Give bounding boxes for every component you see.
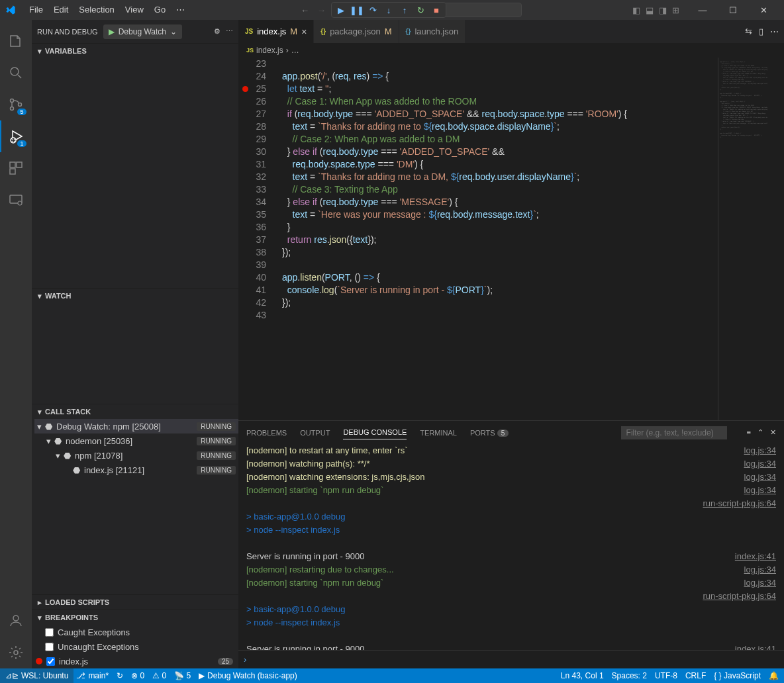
status-lncol[interactable]: Ln 43, Col 1 bbox=[561, 671, 604, 680]
status-encoding[interactable]: UTF-8 bbox=[655, 671, 677, 680]
activity-debug[interactable]: 1 bbox=[0, 120, 32, 152]
status-branch[interactable]: ⎇ main* bbox=[76, 671, 109, 680]
menu-selection[interactable]: Selection bbox=[74, 0, 119, 20]
line-gutter[interactable]: 2324252627282930313233343536373839404142… bbox=[238, 58, 277, 420]
console-source-link[interactable]: index.js:41 bbox=[735, 643, 776, 650]
loaded-scripts-header[interactable]: ▸LOADED SCRIPTS bbox=[32, 595, 238, 610]
compare-icon[interactable]: ⇆ bbox=[745, 26, 752, 36]
activity-search[interactable] bbox=[0, 57, 32, 89]
status-debug-target[interactable]: ▶ Debug Watch (basic-app) bbox=[199, 671, 297, 680]
console-source-link[interactable]: log.js:34 bbox=[744, 484, 776, 497]
window-maximize[interactable]: ☐ bbox=[718, 0, 748, 20]
tab-problems[interactable]: PROBLEMS bbox=[246, 426, 287, 439]
console-source-link[interactable]: run-script-pkg.js:64 bbox=[703, 590, 776, 603]
activity-account[interactable] bbox=[0, 605, 32, 637]
more-icon[interactable]: ⋯ bbox=[226, 27, 233, 36]
editor-tab[interactable]: JSindex.jsM× bbox=[238, 20, 314, 43]
tab-terminal[interactable]: TERMINAL bbox=[420, 426, 457, 439]
code-editor[interactable]: 2324252627282930313233343536373839404142… bbox=[238, 58, 784, 420]
debug-step-over-icon[interactable]: ↷ bbox=[368, 5, 378, 15]
breadcrumb-file: index.js bbox=[256, 46, 283, 55]
nav-back[interactable]: ← bbox=[301, 5, 309, 15]
nav-forward[interactable]: → bbox=[317, 5, 326, 15]
breakpoints-header[interactable]: ▾BREAKPOINTS bbox=[32, 610, 238, 625]
layout-right-icon[interactable]: ◨ bbox=[659, 5, 667, 15]
activity-settings[interactable] bbox=[0, 637, 32, 668]
titlebar: File Edit Selection View Go ⋯ ← → ▶ ❚❚ ↷… bbox=[0, 0, 784, 20]
tab-ports[interactable]: PORTS 5 bbox=[470, 426, 509, 439]
debug-step-into-icon[interactable]: ↓ bbox=[383, 5, 394, 15]
bottom-panel: PROBLEMS OUTPUT DEBUG CONSOLE TERMINAL P… bbox=[238, 420, 784, 668]
watch-header[interactable]: ▾WATCH bbox=[32, 289, 238, 303]
file-bp-checkbox[interactable] bbox=[46, 657, 55, 666]
debug-console-input[interactable]: › bbox=[238, 650, 784, 668]
code-content[interactable]: app.post('/', (req, res) => { let text =… bbox=[277, 58, 718, 420]
debug-config-selector[interactable]: ▶ Debug Watch ⌄ bbox=[103, 24, 182, 39]
callstack-row[interactable]: ▾⬣npm [21078]RUNNING bbox=[34, 448, 238, 463]
console-source-link[interactable]: log.js:34 bbox=[744, 576, 776, 590]
console-source-link[interactable]: log.js:34 bbox=[744, 563, 776, 576]
status-remote[interactable]: ⊿⊵WSL: Ubuntu bbox=[0, 668, 74, 683]
split-icon[interactable]: ▯ bbox=[759, 26, 763, 36]
layout-left-icon[interactable]: ◧ bbox=[632, 5, 640, 15]
menu-view[interactable]: View bbox=[120, 0, 149, 20]
console-clear-icon[interactable]: ⌃ bbox=[758, 428, 763, 437]
gear-icon[interactable]: ⚙ bbox=[214, 27, 220, 36]
tab-more-icon[interactable]: ⋯ bbox=[770, 26, 779, 36]
activity-remote[interactable] bbox=[0, 184, 32, 216]
tab-output[interactable]: OUTPUT bbox=[300, 426, 330, 439]
debug-pause-icon[interactable]: ❚❚ bbox=[352, 5, 362, 15]
breadcrumb[interactable]: JS index.js › … bbox=[238, 43, 784, 58]
breakpoint-dot-icon[interactable] bbox=[242, 86, 248, 92]
status-errors[interactable]: ⊗ 0 bbox=[131, 671, 144, 680]
breakpoint-file-row[interactable]: index.js25 bbox=[32, 654, 238, 668]
debug-continue-icon[interactable]: ▶ bbox=[336, 5, 346, 15]
console-source-link[interactable]: log.js:34 bbox=[744, 471, 776, 484]
window-minimize[interactable]: — bbox=[687, 0, 718, 20]
status-ports[interactable]: 📡 5 bbox=[174, 671, 191, 680]
minimap[interactable]: app.post('/', (req, res) =&gt; { let tex… bbox=[718, 58, 784, 420]
status-warnings[interactable]: ⚠ 0 bbox=[152, 671, 166, 680]
console-filter-input[interactable] bbox=[621, 426, 727, 439]
tab-label: launch.json bbox=[415, 26, 458, 36]
callstack-row[interactable]: ▾⬣Debug Watch: npm [25008]RUNNING bbox=[34, 419, 238, 433]
close-icon[interactable]: × bbox=[301, 26, 307, 37]
layout-bottom-icon[interactable]: ⬓ bbox=[646, 5, 654, 15]
console-line: [nodemon] watching extensions: js,mjs,cj… bbox=[246, 471, 744, 484]
debug-stop-icon[interactable]: ■ bbox=[431, 5, 442, 15]
callstack-header[interactable]: ▾CALL STACK bbox=[32, 404, 238, 419]
variables-header[interactable]: ▾VARIABLES bbox=[32, 44, 238, 58]
caught-checkbox[interactable] bbox=[45, 628, 54, 637]
status-spaces[interactable]: Spaces: 2 bbox=[612, 671, 647, 680]
menu-edit[interactable]: Edit bbox=[48, 0, 74, 20]
activity-scm[interactable]: 5 bbox=[0, 89, 32, 120]
tab-debug-console[interactable]: DEBUG CONSOLE bbox=[343, 426, 407, 439]
callstack-row[interactable]: ⬣index.js [21121]RUNNING bbox=[34, 463, 238, 477]
console-source-link[interactable]: index.js:41 bbox=[735, 550, 776, 563]
console-tree-icon[interactable]: ≡ bbox=[747, 428, 751, 437]
console-source-link[interactable]: log.js:34 bbox=[744, 444, 776, 457]
activity-explorer[interactable] bbox=[0, 25, 32, 57]
window-close[interactable]: ✕ bbox=[748, 0, 779, 20]
console-source-link[interactable]: run-script-pkg.js:64 bbox=[703, 497, 776, 510]
editor-tab[interactable]: {}launch.json bbox=[399, 20, 466, 43]
callstack-row[interactable]: ▾⬣nodemon [25036]RUNNING bbox=[34, 433, 238, 448]
debug-console-output[interactable]: [nodemon] to restart at any time, enter … bbox=[238, 444, 784, 650]
activity-extensions[interactable] bbox=[0, 152, 32, 184]
layout-custom-icon[interactable]: ⊞ bbox=[672, 5, 679, 15]
breakpoint-uncaught-row[interactable]: Uncaught Exceptions bbox=[32, 639, 238, 654]
menu-file[interactable]: File bbox=[24, 0, 48, 20]
status-eol[interactable]: CRLF bbox=[685, 671, 706, 680]
editor-tab[interactable]: {}package.jsonM bbox=[314, 20, 399, 43]
uncaught-checkbox[interactable] bbox=[45, 643, 54, 651]
menu-more[interactable]: ⋯ bbox=[171, 0, 190, 20]
debug-restart-icon[interactable]: ↻ bbox=[415, 5, 426, 15]
panel-close-icon[interactable]: ✕ bbox=[770, 428, 776, 437]
status-notifications[interactable]: 🔔 bbox=[769, 671, 779, 680]
breakpoint-caught-row[interactable]: Caught Exceptions bbox=[32, 625, 238, 639]
menu-go[interactable]: Go bbox=[149, 0, 171, 20]
console-source-link[interactable]: log.js:34 bbox=[744, 457, 776, 471]
status-sync[interactable]: ↻ bbox=[117, 671, 123, 680]
status-language[interactable]: { } JavaScript bbox=[714, 671, 761, 680]
debug-step-out-icon[interactable]: ↑ bbox=[399, 5, 410, 15]
